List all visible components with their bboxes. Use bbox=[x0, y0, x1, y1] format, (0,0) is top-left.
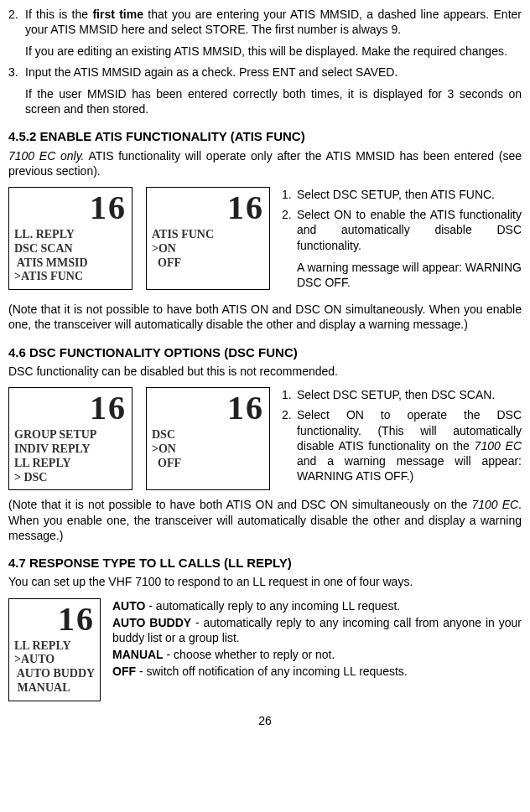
italic-text: 7100 EC bbox=[475, 439, 522, 453]
item-body: Select ON to operate the DSC functionali… bbox=[297, 407, 522, 484]
note-46: (Note that it is not possible to have bo… bbox=[8, 497, 522, 543]
note-452: (Note that it is not possible to have bo… bbox=[8, 302, 522, 332]
desc: - switch off notification of any incomin… bbox=[136, 665, 408, 678]
lcd-line: >AUTO bbox=[14, 653, 95, 667]
lcd-screen: 16 LL REPLY >AUTO AUTO BUDDY MANUAL bbox=[8, 598, 101, 701]
step-1: 1. Select DSC SETUP, then DSC SCAN. bbox=[282, 387, 522, 402]
text: If this is the bbox=[25, 8, 92, 21]
lcd-line: ATIS MMSID bbox=[14, 256, 127, 271]
text: (Note that it is not possible to have bo… bbox=[8, 498, 471, 511]
item-body: Select DSC SETUP, then DSC SCAN. bbox=[297, 387, 522, 402]
definitions: AUTO - automatically reply to any incomi… bbox=[112, 598, 522, 681]
step-1: 1. Select DSC SETUP, then ATIS FUNC. bbox=[282, 187, 522, 202]
lcd-line: LL REPLY bbox=[14, 639, 95, 654]
desc: - choose whether to reply or not. bbox=[164, 648, 335, 661]
term: AUTO bbox=[112, 599, 145, 613]
lcd-line: INDIV REPLY bbox=[14, 442, 127, 457]
heading-47: 4.7 RESPONSE TYPE TO LL CALLS (LL REPLY) bbox=[8, 555, 522, 572]
text: Select ON to enable the ATIS functionali… bbox=[297, 208, 522, 251]
lcd-screen: 16 GROUP SETUP INDIV REPLY LL REPLY > DS… bbox=[8, 387, 132, 490]
lcd-line: ATIS FUNC bbox=[152, 228, 264, 242]
lcd-line: GROUP SETUP bbox=[14, 428, 127, 442]
screens-group: 16 GROUP SETUP INDIV REPLY LL REPLY > DS… bbox=[8, 387, 270, 490]
bold-text: first time bbox=[92, 8, 143, 21]
item-number: 3. bbox=[8, 65, 25, 117]
lcd-line: DSC SCAN bbox=[14, 242, 127, 256]
sub-paragraph: A warning message will appear: WARNING D… bbox=[297, 260, 522, 290]
item-number: 1. bbox=[282, 187, 297, 202]
lcd-screen: 16 ATIS FUNC >ON OFF bbox=[146, 187, 270, 290]
page-number: 26 bbox=[8, 713, 522, 728]
desc: - automatically reply to any incoming LL… bbox=[145, 599, 400, 613]
term: AUTO BUDDY bbox=[112, 616, 191, 629]
item-body: Select DSC SETUP, then ATIS FUNC. bbox=[297, 187, 522, 202]
term: OFF bbox=[112, 665, 136, 678]
lcd-line: >ATIS FUNC bbox=[14, 270, 127, 284]
screens-group: 16 LL. REPLY DSC SCAN ATIS MMSID >ATIS F… bbox=[8, 187, 270, 290]
row-47: 16 LL REPLY >AUTO AUTO BUDDY MANUAL AUTO… bbox=[8, 598, 522, 701]
heading-46: 4.6 DSC FUNCTIONALITY OPTIONS (DSC FUNC) bbox=[8, 344, 522, 361]
lcd-line: MANUAL bbox=[14, 681, 95, 696]
lcd-line: AUTO BUDDY bbox=[14, 667, 95, 681]
steps-46: 1. Select DSC SETUP, then DSC SCAN. 2. S… bbox=[282, 387, 522, 489]
lcd-line: OFF bbox=[152, 256, 264, 271]
def-auto: AUTO - automatically reply to any incomi… bbox=[112, 598, 522, 613]
term: MANUAL bbox=[112, 648, 164, 661]
screens-group: 16 LL REPLY >AUTO AUTO BUDDY MANUAL bbox=[8, 598, 101, 701]
list-item-3: 3. Input the ATIS MMSID again as a check… bbox=[8, 65, 522, 117]
lcd-screen: 16 DSC >ON OFF bbox=[146, 387, 270, 490]
intro-46: DSC functionality can be disabled but th… bbox=[8, 364, 522, 379]
channel-number: 16 bbox=[14, 391, 127, 425]
channel-number: 16 bbox=[152, 391, 264, 425]
italic-text: 7100 EC bbox=[471, 498, 518, 511]
def-manual: MANUAL - choose whether to reply or not. bbox=[112, 647, 522, 662]
lcd-line: OFF bbox=[152, 457, 264, 471]
lcd-line: > DSC bbox=[14, 471, 127, 485]
text: Input the ATIS MMSID again as a check. P… bbox=[25, 65, 398, 79]
sub-paragraph: If you are editing an existing ATIS MMSI… bbox=[25, 44, 522, 59]
row-452: 16 LL. REPLY DSC SCAN ATIS MMSID >ATIS F… bbox=[8, 187, 522, 295]
lcd-line: >ON bbox=[152, 442, 264, 457]
lcd-line: >ON bbox=[152, 242, 264, 256]
step-2: 2. Select ON to operate the DSC function… bbox=[282, 407, 522, 484]
channel-number: 16 bbox=[152, 191, 264, 225]
italic-text: 7100 EC only. bbox=[8, 149, 84, 163]
item-number: 1. bbox=[282, 387, 297, 402]
lcd-line: LL. REPLY bbox=[14, 228, 127, 242]
list-item-2: 2. If this is the first time that you ar… bbox=[8, 7, 522, 59]
item-body: Select ON to enable the ATIS functionali… bbox=[297, 207, 522, 290]
lcd-line: LL REPLY bbox=[14, 457, 127, 471]
def-off: OFF - switch off notification of any inc… bbox=[112, 664, 522, 679]
intro-452: 7100 EC only. ATIS functionality will op… bbox=[8, 148, 522, 178]
item-number: 2. bbox=[8, 7, 25, 59]
heading-452: 4.5.2 ENABLE ATIS FUNCTIONALITY (ATIS FU… bbox=[8, 128, 522, 145]
item-body: Input the ATIS MMSID again as a check. P… bbox=[25, 65, 522, 117]
lcd-line: DSC bbox=[152, 428, 264, 442]
text: and a warning message will appear: WARNI… bbox=[297, 454, 522, 483]
sub-paragraph: If the user MMSID has been entered corre… bbox=[25, 86, 522, 116]
steps-452: 1. Select DSC SETUP, then ATIS FUNC. 2. … bbox=[282, 187, 522, 295]
row-46: 16 GROUP SETUP INDIV REPLY LL REPLY > DS… bbox=[8, 387, 522, 490]
intro-47: You can set up the VHF 7100 to respond t… bbox=[8, 574, 522, 589]
channel-number: 16 bbox=[14, 603, 95, 636]
item-number: 2. bbox=[282, 407, 297, 484]
text: ATIS functionality will operate only aft… bbox=[8, 149, 522, 178]
step-2: 2. Select ON to enable the ATIS function… bbox=[282, 207, 522, 290]
def-auto-buddy: AUTO BUDDY - automatically reply to any … bbox=[112, 615, 522, 645]
item-body: If this is the first time that you are e… bbox=[25, 7, 522, 59]
lcd-screen: 16 LL. REPLY DSC SCAN ATIS MMSID >ATIS F… bbox=[8, 187, 132, 290]
channel-number: 16 bbox=[14, 191, 127, 225]
item-number: 2. bbox=[282, 207, 297, 290]
